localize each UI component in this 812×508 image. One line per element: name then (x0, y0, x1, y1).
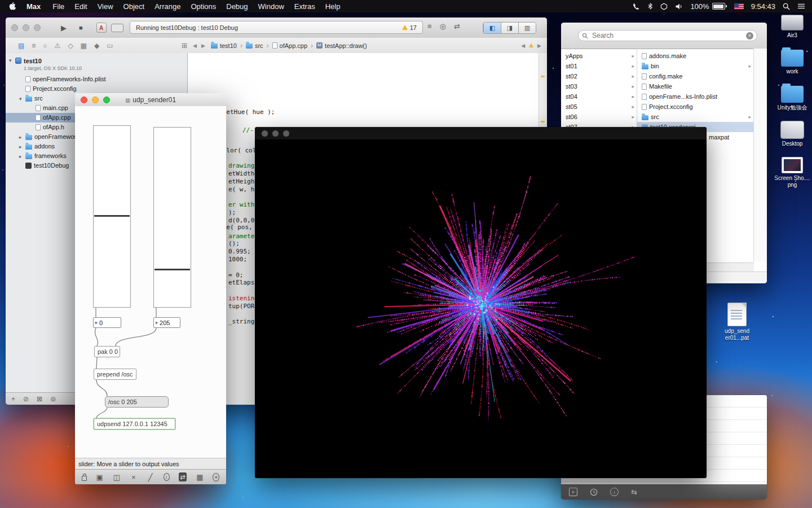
navigator-row[interactable]: openFrameworks-Info.plist (6, 75, 187, 84)
finder-item[interactable]: addons.make (637, 51, 753, 61)
edit-icon[interactable]: ╱ (147, 472, 155, 481)
desktop-icon-work[interactable]: work (774, 49, 811, 75)
app-menu-max[interactable]: Max (22, 2, 45, 11)
battery-indicator[interactable]: 100% (690, 2, 726, 11)
scm-filter-icon[interactable]: ⊠ (37, 395, 42, 403)
editor-lines-icon[interactable]: ≡ (427, 22, 432, 30)
menu-item[interactable]: Object (118, 2, 150, 11)
finder-item[interactable]: st04 ▸ (561, 91, 637, 102)
inspector-icon[interactable]: i (164, 473, 170, 481)
bluetooth-icon[interactable] (647, 2, 653, 10)
test-navigator-icon[interactable]: ◇ (68, 42, 73, 50)
dock-arrows-icon[interactable]: ⇆ (631, 488, 637, 496)
scheme-selector[interactable]: A (96, 23, 123, 33)
desktop-icon-screenshot[interactable]: Screen Sho....png (774, 157, 811, 189)
finder-item[interactable]: st06 ▸ (561, 112, 637, 122)
finder-item[interactable]: bin ▸ (637, 61, 753, 71)
breadcrumb-item[interactable]: src (237, 42, 263, 50)
airdrop-icon[interactable] (660, 3, 668, 10)
finder-item[interactable]: st05 ▸ (561, 102, 637, 112)
disclosure-triangle-icon[interactable]: ▸ (19, 144, 25, 150)
slider-2[interactable] (153, 127, 191, 308)
finder-item[interactable]: Makefile (637, 81, 753, 91)
slider-2-knob[interactable] (155, 269, 190, 270)
notification-center-icon[interactable] (797, 3, 805, 10)
finder-item[interactable]: Project.xcconfig (637, 102, 753, 112)
related-items-icon[interactable]: ⊞ (182, 42, 187, 50)
phone-icon[interactable] (633, 3, 640, 10)
version-editor-icon[interactable]: ▥ (518, 23, 536, 33)
filter-icon[interactable]: ⊜ (50, 395, 56, 403)
spotlight-icon[interactable] (783, 3, 790, 10)
desktop-icon-unity[interactable]: Unity勉強会 (774, 85, 811, 111)
record-icon[interactable]: ◎ (440, 22, 446, 30)
forward-button[interactable]: ▶ (201, 43, 205, 49)
breakpoint-navigator-icon[interactable]: ◆ (94, 42, 99, 50)
delete-icon[interactable]: × (130, 472, 138, 481)
slider-1-knob[interactable] (94, 215, 130, 217)
swap-icon[interactable]: ⇄ (454, 22, 460, 30)
menu-item[interactable]: Debug (221, 2, 253, 11)
grid-icon[interactable]: ▦ (196, 472, 204, 481)
disclosure-triangle-icon[interactable]: ▾ (19, 96, 25, 102)
zoom-button[interactable] (34, 24, 41, 31)
find-navigator-icon[interactable]: ○ (43, 42, 47, 50)
menu-item[interactable]: Help (320, 2, 346, 11)
clear-search-button[interactable]: × (746, 32, 753, 40)
disclosure-triangle-icon[interactable]: ▸ (19, 134, 25, 140)
issue-navigator-icon[interactable]: ⚠ (55, 42, 61, 50)
patcher-canvas[interactable]: ▸ 0 ▸ 205 pak 0 0 prepend /osc /osc 0 20… (75, 106, 226, 458)
lock-icon[interactable] (82, 476, 87, 481)
symbol-navigator-icon[interactable]: ≡ (32, 42, 36, 50)
duplicate-icon[interactable]: ◫ (113, 472, 121, 481)
finder-scrollbar[interactable] (754, 49, 767, 262)
object-prepend[interactable]: prepend /osc (94, 369, 136, 380)
warning-summary[interactable]: 17 (402, 24, 417, 31)
recent-filter-icon[interactable]: ⊘ (23, 395, 29, 403)
breadcrumb-item[interactable]: test10 (211, 42, 237, 49)
menu-item[interactable]: View (92, 2, 118, 11)
close-button[interactable] (262, 130, 268, 137)
disclosure-triangle-icon[interactable]: ▾ (9, 58, 15, 63)
stop-button[interactable]: ■ (79, 24, 83, 31)
clock-icon[interactable] (590, 488, 598, 496)
add-item-icon[interactable]: + (11, 395, 15, 403)
finder-item[interactable]: config.make (637, 71, 753, 81)
number-box-2[interactable]: ▸ 205 (153, 317, 180, 328)
add-icon[interactable]: + (213, 473, 219, 481)
desktop-file-udp-sender[interactable]: udp_sender01...pat (722, 303, 752, 341)
new-object-icon[interactable]: ▣ (96, 472, 104, 481)
minimize-button[interactable] (272, 130, 279, 137)
finder-item[interactable]: st03 ▸ (561, 81, 637, 91)
report-navigator-icon[interactable]: ▭ (107, 42, 113, 50)
object-udpsend[interactable]: udpsend 127.0.0.1 12345 (94, 418, 175, 430)
assistant-editor-icon[interactable]: ◨ (501, 23, 518, 33)
standard-editor-icon[interactable]: ◧ (483, 23, 501, 33)
message-osc[interactable]: /osc 0 205 (105, 396, 169, 408)
close-button[interactable] (11, 24, 18, 31)
minimize-button[interactable] (23, 24, 29, 31)
slider-1[interactable] (93, 125, 131, 308)
previous-issue-button[interactable]: ◀ (521, 43, 525, 49)
menu-item[interactable]: Options (186, 2, 221, 11)
input-language-flag-icon[interactable] (734, 3, 744, 10)
project-navigator-icon[interactable]: ▤ (18, 42, 24, 50)
navigator-row[interactable]: Project.xcconfig (6, 84, 187, 94)
menu-item[interactable]: File (47, 2, 69, 11)
clear-console-icon[interactable]: × (569, 488, 577, 496)
console-toggle-icon[interactable]: ⇄ (179, 472, 187, 481)
info-icon[interactable]: i (610, 488, 619, 496)
menu-clock[interactable]: 9:54:43 (751, 2, 775, 11)
desktop-icon-air3[interactable]: Air3 (774, 15, 811, 39)
search-input[interactable] (591, 31, 743, 40)
finder-item[interactable]: yApps ▸ (561, 51, 637, 61)
desktop-icon-desktop[interactable]: Desktop (774, 121, 811, 147)
volume-icon[interactable] (675, 3, 683, 10)
menu-item[interactable]: Arrange (149, 2, 186, 11)
search-field[interactable]: × (578, 30, 757, 41)
object-pak[interactable]: pak 0 0 (94, 346, 120, 357)
back-button[interactable]: ◀ (193, 43, 197, 49)
debug-navigator-icon[interactable]: ▦ (81, 42, 87, 50)
finder-item[interactable]: st01 ▸ (561, 61, 637, 71)
run-button[interactable]: ▶ (61, 24, 67, 32)
